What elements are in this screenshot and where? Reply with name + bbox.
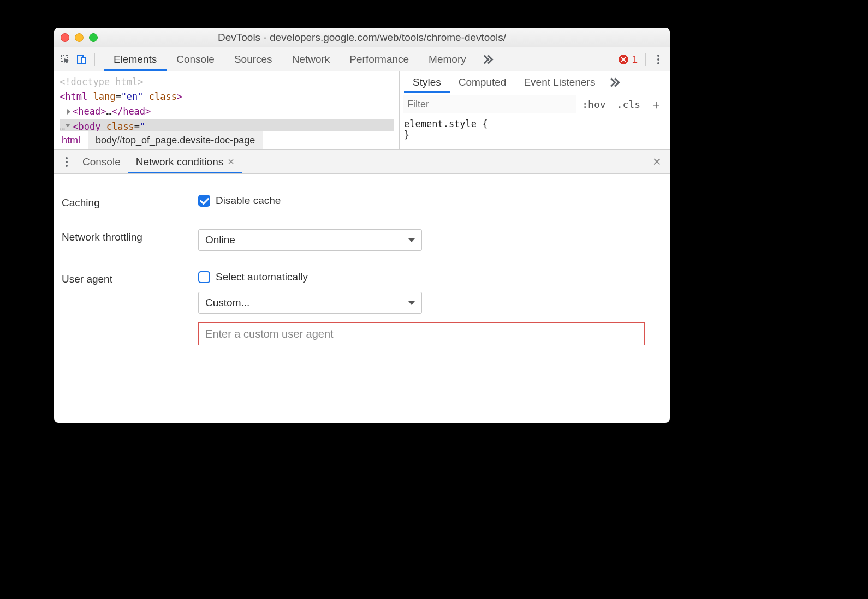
drawer-tab-network-conditions[interactable]: Network conditions × — [128, 150, 242, 173]
close-drawer-button[interactable]: × — [653, 153, 665, 170]
zoom-window-button[interactable] — [89, 33, 98, 42]
user-agent-label: User agent — [62, 271, 198, 285]
new-style-rule-button[interactable]: ＋ — [646, 97, 667, 113]
throttling-label: Network throttling — [62, 229, 198, 243]
inspect-element-icon[interactable] — [57, 51, 74, 68]
checkbox-icon — [198, 271, 210, 283]
caching-row: Caching Disable cache — [62, 185, 662, 219]
window-titlebar: DevTools - developers.google.com/web/too… — [54, 28, 670, 47]
styles-filter-bar: :hov .cls ＋ — [400, 93, 670, 116]
styles-panel: Styles Computed Event Listeners :hov .cl… — [400, 71, 670, 149]
throttling-select[interactable]: Online — [198, 229, 422, 251]
settings-menu-button[interactable] — [650, 51, 667, 68]
dropdown-caret-icon — [408, 238, 415, 242]
checkbox-label: Disable cache — [216, 195, 281, 207]
separator — [94, 53, 95, 66]
dropdown-caret-icon — [408, 301, 415, 305]
network-conditions-form: Caching Disable cache Network throttling… — [54, 174, 670, 366]
style-line: element.style { — [404, 118, 665, 129]
tab-sources[interactable]: Sources — [224, 47, 282, 71]
style-line: } — [404, 129, 665, 140]
tab-elements[interactable]: Elements — [104, 47, 167, 71]
traffic-lights — [61, 33, 98, 42]
close-tab-icon[interactable]: × — [228, 155, 234, 168]
caching-label: Caching — [62, 195, 198, 209]
tabs-overflow-button[interactable] — [476, 47, 497, 71]
close-window-button[interactable] — [61, 33, 69, 42]
ua-select[interactable]: Custom... — [198, 292, 422, 314]
select-value: Online — [205, 234, 235, 246]
device-toolbar-icon[interactable] — [74, 51, 90, 68]
panel-tabs: Elements Console Sources Network Perform… — [104, 47, 497, 71]
dom-tree-panel: <!doctype html> <html lang="en" class> <… — [54, 71, 400, 149]
tab-console[interactable]: Console — [167, 47, 224, 71]
window-title: DevTools - developers.google.com/web/too… — [54, 32, 670, 44]
styles-tabs-overflow[interactable] — [604, 71, 623, 93]
tab-network[interactable]: Network — [282, 47, 340, 71]
expand-icon[interactable] — [67, 109, 70, 115]
styles-panel-tabs: Styles Computed Event Listeners — [400, 71, 670, 93]
dom-tree[interactable]: <!doctype html> <html lang="en" class> <… — [54, 71, 399, 131]
ua-custom-input[interactable] — [198, 322, 645, 345]
drawer-tab-label: Network conditions — [136, 156, 224, 168]
checkbox-icon — [198, 195, 210, 207]
stab-styles[interactable]: Styles — [404, 71, 450, 93]
drawer-tab-console[interactable]: Console — [75, 150, 128, 173]
style-rules[interactable]: element.style { } — [400, 116, 670, 142]
svg-rect-2 — [81, 57, 86, 64]
disable-cache-checkbox[interactable]: Disable cache — [198, 195, 662, 207]
breadcrumb-item[interactable]: html — [54, 131, 88, 149]
error-icon — [619, 55, 628, 64]
devtools-window: DevTools - developers.google.com/web/too… — [54, 28, 670, 423]
stab-computed[interactable]: Computed — [450, 71, 515, 93]
dom-line-selected[interactable]: …<body class=" — [60, 119, 394, 131]
breadcrumb: html body#top_of_page.devsite-doc-page — [54, 131, 399, 149]
separator — [645, 53, 646, 66]
error-counter[interactable]: 1 — [619, 53, 641, 65]
throttling-row: Network throttling Online — [62, 219, 662, 261]
hov-toggle[interactable]: :hov — [576, 99, 611, 110]
minimize-window-button[interactable] — [75, 33, 84, 42]
select-value: Custom... — [205, 297, 249, 309]
drawer-tabs: Console Network conditions × × — [54, 150, 670, 174]
styles-filter-input[interactable] — [403, 95, 576, 113]
elements-panel-split: <!doctype html> <html lang="en" class> <… — [54, 71, 670, 150]
checkbox-label: Select automatically — [216, 271, 308, 283]
tab-performance[interactable]: Performance — [340, 47, 419, 71]
cls-toggle[interactable]: .cls — [611, 99, 646, 110]
stab-event-listeners[interactable]: Event Listeners — [515, 71, 604, 93]
dom-line[interactable]: <!doctype html> — [60, 75, 394, 89]
collapse-icon[interactable] — [65, 124, 70, 130]
ua-auto-checkbox[interactable]: Select automatically — [198, 271, 662, 283]
dom-line[interactable]: <html lang="en" class> — [60, 89, 394, 104]
dom-line[interactable]: <head>…</head> — [60, 104, 394, 119]
error-count: 1 — [632, 53, 638, 65]
drawer-menu-button[interactable] — [58, 154, 75, 170]
breadcrumb-item-selected[interactable]: body#top_of_page.devsite-doc-page — [88, 131, 263, 149]
user-agent-row: User agent Select automatically Custom..… — [62, 261, 662, 355]
main-toolbar: Elements Console Sources Network Perform… — [54, 47, 670, 71]
tab-memory[interactable]: Memory — [419, 47, 476, 71]
